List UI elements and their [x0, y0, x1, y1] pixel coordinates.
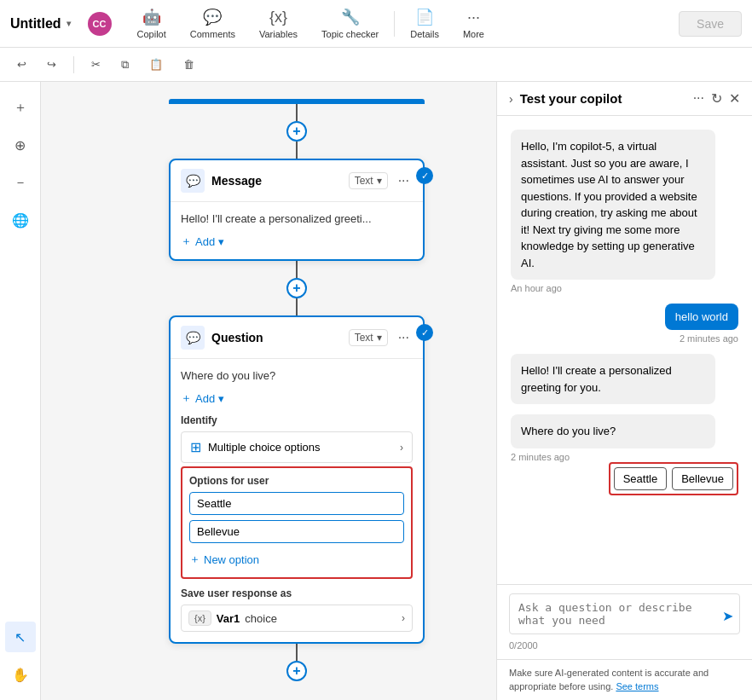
question-type-chevron: ▾	[377, 332, 382, 344]
option-input-bellevue[interactable]	[189, 520, 404, 543]
message-card-header: 💬 Message Text ▾ ···	[171, 160, 423, 202]
app-title-group[interactable]: Untitled ▾	[10, 16, 71, 32]
var-choice: choice	[245, 612, 277, 625]
message-add-chevron: ▾	[218, 235, 224, 248]
toolbar-topic-checker[interactable]: 🔧 Topic checker	[309, 3, 390, 44]
message-add-link[interactable]: ＋ Add ▾	[181, 234, 413, 249]
chat-message-3-wrap: Where do you live? 2 minutes ago Seattle…	[511, 414, 738, 495]
see-terms-link[interactable]: See terms	[616, 681, 658, 691]
identify-row[interactable]: ⊞ Multiple choice options ›	[181, 431, 413, 463]
save-response-arrow: ›	[402, 612, 405, 624]
save-button[interactable]: Save	[679, 11, 742, 37]
app-title: Untitled	[10, 16, 61, 32]
zoom-out-icon[interactable]: －	[5, 167, 36, 198]
message-type-label: Text	[355, 175, 373, 187]
main-area: ＋ ⊕ － 🌐 ↖ ✋ + 💬 Message Text ▾	[0, 82, 752, 700]
identify-row-arrow: ›	[400, 442, 403, 454]
cut-button[interactable]: ✂	[84, 55, 107, 74]
chat-disclaimer: Make sure AI-generated content is accura…	[497, 659, 752, 700]
option-bellevue-input[interactable]	[197, 525, 396, 538]
rp-close-icon[interactable]: ✕	[729, 90, 740, 107]
option-seattle-input[interactable]	[197, 497, 396, 510]
question-type-label: Text	[355, 332, 373, 344]
question-type-badge[interactable]: Text ▾	[349, 329, 388, 346]
question-card-more[interactable]: ···	[395, 330, 413, 345]
chat-message-2: Hello! I'll create a personalized greeti…	[511, 354, 738, 404]
details-label: Details	[410, 29, 439, 39]
save-response-section: Save user response as {x} Var1 choice ›	[181, 587, 413, 632]
rp-more-icon[interactable]: ···	[693, 90, 704, 107]
toolbar-items: 🤖 Copilot 💬 Comments {x} Variables 🔧 Top…	[125, 3, 680, 44]
toolbar-comments[interactable]: 💬 Comments	[178, 3, 247, 44]
connector-line-1	[296, 104, 298, 121]
chat-options-wrap: Seattle Bellevue	[511, 462, 738, 495]
toolbar-details[interactable]: 📄 Details	[398, 3, 451, 44]
comments-label: Comments	[190, 29, 235, 39]
add-node-3[interactable]: +	[286, 661, 307, 681]
message-card-more[interactable]: ···	[395, 173, 413, 188]
cut-icon: ✂	[91, 58, 101, 71]
question-card-icon: 💬	[181, 326, 205, 350]
rp-collapse-arrow[interactable]: ›	[509, 92, 513, 106]
question-add-chevron: ▾	[218, 392, 224, 405]
chat-user-time: 2 minutes ago	[680, 333, 738, 344]
chat-time-1: An hour ago	[511, 283, 738, 293]
chat-user-msg: hello world	[665, 304, 738, 330]
rp-refresh-icon[interactable]: ↻	[711, 90, 722, 107]
canvas-inner: + 💬 Message Text ▾ ··· Hello! I'll creat…	[41, 82, 496, 700]
identify-option-text: Multiple choice options	[208, 441, 393, 454]
var-badge: {x}	[188, 610, 211, 626]
globe-icon[interactable]: 🌐	[5, 205, 36, 235]
delete-button[interactable]: 🗑	[176, 55, 201, 74]
options-section: Options for user ＋ New option	[181, 466, 413, 579]
variables-icon: {x}	[269, 9, 287, 26]
message-type-badge[interactable]: Text ▾	[349, 172, 388, 189]
var-badge-icon: {x}	[194, 613, 205, 623]
topic-checker-icon: 🔧	[341, 8, 360, 26]
topic-checker-label: Topic checker	[321, 29, 379, 39]
chat-area: Hello, I'm copilot-5, a virtual assistan…	[497, 116, 752, 584]
canvas: + 💬 Message Text ▾ ··· Hello! I'll creat…	[41, 82, 496, 700]
hand-icon[interactable]: ✋	[5, 659, 36, 690]
question-add-link[interactable]: ＋ Add ▾	[181, 390, 413, 406]
redo-button[interactable]: ↪	[40, 55, 63, 74]
undo-button[interactable]: ↩	[10, 55, 33, 74]
chat-bot-msg-3: Where do you live?	[511, 414, 715, 448]
target-icon[interactable]: ⊕	[5, 130, 36, 160]
connector-line-4	[296, 298, 298, 315]
message-add-label: Add	[195, 235, 215, 248]
toolbar-copilot[interactable]: 🤖 Copilot	[125, 3, 178, 44]
chat-options-border: Seattle Bellevue	[609, 462, 738, 495]
new-option-link[interactable]: ＋ New option	[189, 548, 404, 570]
message-add-icon: ＋	[181, 234, 192, 249]
question-card-body: Where do you live? ＋ Add ▾ Identify ⊞ Mu…	[171, 359, 423, 642]
message-card-title: Message	[211, 174, 342, 188]
left-sidebar: ＋ ⊕ － 🌐 ↖ ✋	[0, 82, 41, 700]
paste-button[interactable]: 📋	[142, 55, 170, 74]
variables-label: Variables	[259, 29, 298, 39]
chat-option-seattle[interactable]: Seattle	[614, 467, 667, 490]
title-dropdown-arrow[interactable]: ▾	[67, 19, 71, 28]
disclaimer-text: Make sure AI-generated content is accura…	[509, 668, 709, 691]
cursor-icon[interactable]: ↖	[5, 622, 36, 652]
copy-button[interactable]: ⧉	[114, 55, 136, 75]
save-response-row[interactable]: {x} Var1 choice ›	[181, 605, 413, 632]
connector-line-5	[296, 644, 298, 661]
chat-input[interactable]	[509, 593, 740, 634]
zoom-in-icon[interactable]: ＋	[5, 92, 36, 123]
undo-icon: ↩	[17, 58, 26, 71]
toolbar-variables[interactable]: {x} Variables	[247, 3, 309, 44]
add-node-2[interactable]: +	[286, 278, 307, 298]
chat-input-area: ➤ 0/2000	[497, 584, 752, 659]
question-add-icon: ＋	[181, 390, 192, 406]
option-input-seattle[interactable]	[189, 492, 404, 515]
copilot-icon: 🤖	[142, 8, 161, 26]
right-panel: › Test your copilot ··· ↻ ✕ Hello, I'm c…	[496, 82, 752, 700]
message-card-text: Hello! I'll create a personalized greeti…	[181, 212, 413, 225]
copy-icon: ⧉	[121, 58, 129, 72]
chat-option-bellevue[interactable]: Bellevue	[672, 467, 733, 490]
chat-input-wrap: ➤	[509, 593, 740, 637]
chat-send-button[interactable]: ➤	[722, 607, 733, 623]
toolbar-more[interactable]: ··· More	[451, 3, 496, 44]
add-node-1[interactable]: +	[286, 121, 307, 142]
